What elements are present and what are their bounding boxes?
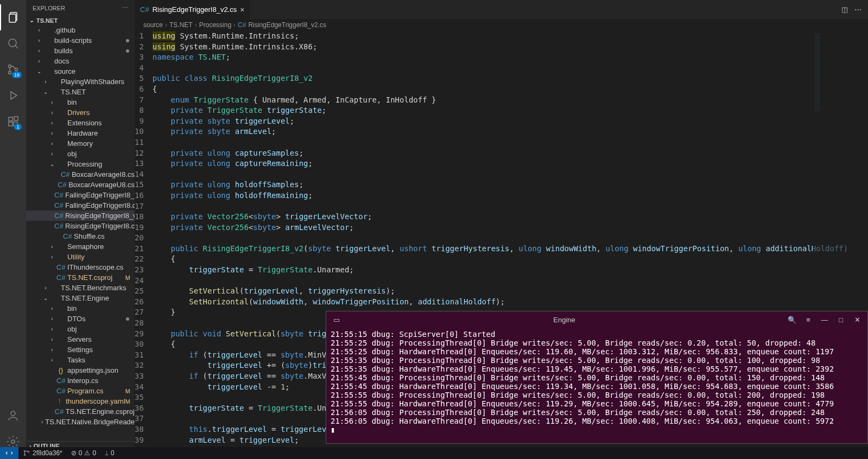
tree-item[interactable]: ›Memory [26,138,135,149]
tree-item[interactable]: {}appsettings.json [26,365,135,375]
remote-icon[interactable] [0,447,18,459]
extensions-icon[interactable]: 1 [0,109,26,135]
tree-item[interactable]: C#Interop.cs [26,375,135,386]
tree-item[interactable]: C#FallingEdgeTriggerI8.cs [26,200,135,211]
tree-item[interactable]: ⌄Processing [26,159,135,169]
tree-item[interactable]: ›TS.NET.Benchmarks [26,283,135,293]
tree-item[interactable]: ›Extensions [26,118,135,128]
tab-active[interactable]: C# RisingEdgeTriggerI8_v2.cs × [135,0,250,19]
tree-item[interactable]: ›build-scripts [26,35,135,46]
source-control-icon[interactable]: 16 [0,56,26,82]
tree-item[interactable]: !thunderscope.yamlM [26,396,135,406]
tree-item[interactable]: ›obj [26,324,135,334]
svg-rect-8 [9,117,12,121]
tree-item[interactable]: ›Drivers [26,107,135,118]
svg-point-13 [11,440,15,443]
minimize-icon[interactable]: — [819,314,831,326]
tree-item[interactable]: C#BoxcarAverageU8.cs [26,180,135,190]
project-root[interactable]: ⌄TS.NET [26,16,135,25]
split-icon[interactable]: ◫ [841,5,848,14]
tree-item[interactable]: ›Servers [26,334,135,345]
problems-indicator[interactable]: ⊘ 0 ⚠ 0 [67,449,100,457]
search-icon[interactable]: 🔍 [786,314,798,326]
file-tree: ›.github›build-scripts›builds›docs⌄sourc… [26,25,135,441]
svg-rect-1 [9,14,16,22]
tree-item[interactable]: ›bin [26,97,135,107]
tree-item[interactable]: C#TS.NET.Engine.csproj [26,406,135,417]
activity-bar: 16 1 [0,0,26,459]
tree-item[interactable]: ⌄source [26,66,135,76]
svg-point-4 [9,65,11,68]
menu-icon[interactable]: ≡ [802,314,814,326]
search-icon[interactable] [0,30,26,56]
terminal-output[interactable]: 21:55:15 dbug: ScpiServer[0] Started 21:… [326,328,867,443]
svg-point-12 [11,411,15,416]
branch-indicator[interactable]: 2f8d0a36* [18,449,67,457]
tree-item[interactable]: ›TS.NET.Native.BridgeReader [26,417,135,427]
tree-item[interactable]: ›builds [26,46,135,56]
svg-point-6 [15,68,18,71]
svg-line-3 [15,46,18,48]
tree-item[interactable]: ›Utility [26,252,135,262]
svg-point-5 [9,72,11,74]
tree-item[interactable]: ›bin [26,303,135,314]
status-bar: 2f8d0a36* ⊘ 0 ⚠ 0 ⟂ 0 [0,447,868,459]
tree-item[interactable]: C#Shuffle.cs [26,231,135,241]
svg-rect-9 [9,122,12,126]
line-gutter: 1234567891011121314151617181920212223242… [135,31,153,459]
more-icon[interactable]: ⋯ [122,4,128,11]
tree-item[interactable]: ›Settings [26,345,135,355]
tree-item[interactable]: ›docs [26,56,135,66]
close-icon[interactable]: × [240,5,244,14]
ports-indicator[interactable]: ⟂ 0 [100,449,119,457]
tree-item[interactable]: C#FallingEdgeTriggerI8_v2.cs [26,190,135,200]
terminal-header: ▭ Engine 🔍 ≡ — □ ✕ [326,311,867,328]
svg-point-15 [24,454,25,455]
account-icon[interactable] [0,403,26,429]
svg-point-14 [24,450,25,451]
tree-item[interactable]: C#RisingEdgeTriggerI8.cs [26,221,135,231]
sidebar-header: EXPLORER ⋯ [26,0,135,16]
svg-point-2 [9,39,16,47]
tree-item[interactable]: ›DTOs [26,314,135,324]
svg-marker-7 [11,92,17,99]
ext-badge: 1 [14,124,22,130]
breadcrumb[interactable]: source›TS.NET›Processing›C# RisingEdgeTr… [135,19,868,31]
terminal-tab-icon[interactable]: ▭ [331,314,343,326]
scm-badge: 16 [12,72,22,78]
more-icon[interactable]: ⋯ [854,5,861,14]
explorer-title: EXPLORER [33,5,65,11]
tree-item[interactable]: C#TS.NET.csprojM [26,272,135,283]
tree-item[interactable]: ›PlayingWithShaders [26,76,135,87]
csharp-icon: C# [140,5,149,14]
terminal-panel: ▭ Engine 🔍 ≡ — □ ✕ 21:55:15 dbug: ScpiSe… [326,311,868,444]
tree-item[interactable]: ›.github [26,25,135,35]
tree-item[interactable]: ⌄TS.NET.Engine [26,293,135,303]
close-icon[interactable]: ✕ [851,314,863,326]
tree-item[interactable]: ›Hardware [26,128,135,138]
tree-item[interactable]: ›Tasks [26,355,135,365]
tree-item[interactable]: ›Semaphore [26,241,135,252]
tree-item[interactable]: C#Program.csM [26,386,135,396]
editor-tabs: C# RisingEdgeTriggerI8_v2.cs × ◫ ⋯ [135,0,868,19]
svg-rect-11 [14,117,18,120]
debug-icon[interactable] [0,82,26,109]
tree-item[interactable]: C#BoxcarAverageI8.cs [26,169,135,180]
tree-item[interactable]: ›obj [26,149,135,159]
tree-item[interactable]: C#IThunderscope.cs [26,262,135,272]
explorer-icon[interactable] [0,4,26,30]
maximize-icon[interactable]: □ [835,314,847,326]
terminal-title: Engine [347,316,782,324]
sidebar: EXPLORER ⋯ ⌄TS.NET ›.github›build-script… [26,0,135,459]
tab-label: RisingEdgeTriggerI8_v2.cs [153,5,237,14]
tree-item[interactable]: ⌄TS.NET [26,87,135,97]
tree-item[interactable]: C#RisingEdgeTriggerI8_v2.cs [26,211,135,221]
